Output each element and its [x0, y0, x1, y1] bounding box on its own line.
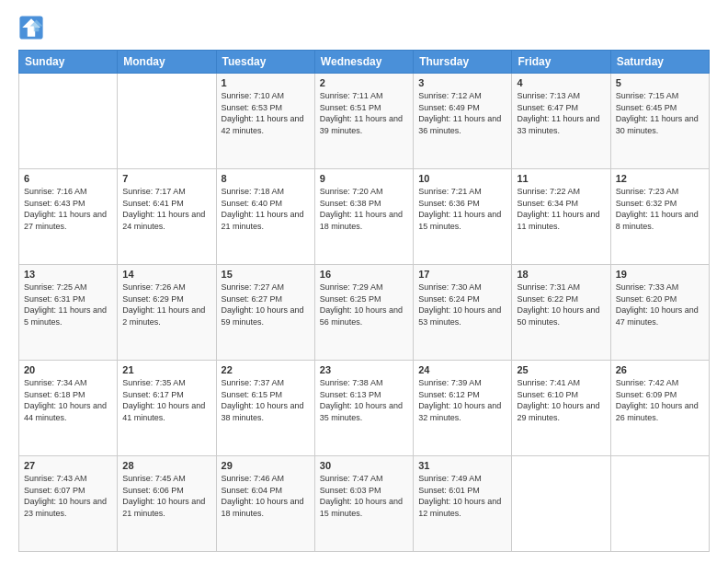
logo — [18, 15, 48, 40]
day-number: 23 — [320, 364, 408, 375]
day-number: 22 — [222, 364, 310, 375]
day-detail: Sunrise: 7:39 AM Sunset: 6:12 PM Dayligh… — [418, 377, 506, 423]
calendar-cell: 29Sunrise: 7:46 AM Sunset: 6:04 PM Dayli… — [216, 456, 314, 552]
day-number: 8 — [222, 173, 310, 184]
calendar-cell: 28Sunrise: 7:45 AM Sunset: 6:06 PM Dayli… — [118, 456, 216, 552]
day-detail: Sunrise: 7:41 AM Sunset: 6:10 PM Dayligh… — [517, 377, 605, 423]
calendar-cell: 21Sunrise: 7:35 AM Sunset: 6:17 PM Dayli… — [118, 361, 216, 456]
calendar-cell: 15Sunrise: 7:27 AM Sunset: 6:27 PM Dayli… — [216, 265, 314, 361]
week-row-5: 27Sunrise: 7:43 AM Sunset: 6:07 PM Dayli… — [19, 456, 710, 552]
day-number: 2 — [320, 77, 408, 88]
calendar-table: SundayMondayTuesdayWednesdayThursdayFrid… — [18, 50, 710, 552]
day-number: 10 — [418, 173, 506, 184]
calendar-cell: 12Sunrise: 7:23 AM Sunset: 6:32 PM Dayli… — [610, 169, 709, 265]
calendar-cell: 10Sunrise: 7:21 AM Sunset: 6:36 PM Dayli… — [414, 169, 512, 265]
day-detail: Sunrise: 7:23 AM Sunset: 6:32 PM Dayligh… — [616, 186, 704, 232]
calendar-cell: 2Sunrise: 7:11 AM Sunset: 6:51 PM Daylig… — [314, 74, 413, 169]
weekday-header-tuesday: Tuesday — [216, 51, 314, 74]
calendar-cell: 14Sunrise: 7:26 AM Sunset: 6:29 PM Dayli… — [118, 265, 216, 361]
day-detail: Sunrise: 7:38 AM Sunset: 6:13 PM Dayligh… — [320, 377, 408, 423]
weekday-header-sunday: Sunday — [19, 51, 118, 74]
day-detail: Sunrise: 7:29 AM Sunset: 6:25 PM Dayligh… — [320, 282, 408, 327]
day-detail: Sunrise: 7:27 AM Sunset: 6:27 PM Dayligh… — [222, 282, 310, 327]
calendar-cell: 30Sunrise: 7:47 AM Sunset: 6:03 PM Dayli… — [314, 456, 413, 552]
day-detail: Sunrise: 7:49 AM Sunset: 6:01 PM Dayligh… — [418, 473, 506, 519]
calendar-cell: 5Sunrise: 7:15 AM Sunset: 6:45 PM Daylig… — [610, 74, 709, 169]
day-detail: Sunrise: 7:22 AM Sunset: 6:34 PM Dayligh… — [517, 186, 605, 232]
calendar-cell: 18Sunrise: 7:31 AM Sunset: 6:22 PM Dayli… — [512, 265, 610, 361]
day-detail: Sunrise: 7:35 AM Sunset: 6:17 PM Dayligh… — [122, 377, 210, 423]
day-number: 9 — [320, 173, 408, 184]
calendar-cell — [512, 456, 610, 552]
day-number: 19 — [616, 269, 704, 280]
week-row-1: 1Sunrise: 7:10 AM Sunset: 6:53 PM Daylig… — [19, 74, 710, 169]
day-detail: Sunrise: 7:13 AM Sunset: 6:47 PM Dayligh… — [517, 90, 605, 136]
day-detail: Sunrise: 7:17 AM Sunset: 6:41 PM Dayligh… — [122, 186, 210, 232]
day-detail: Sunrise: 7:34 AM Sunset: 6:18 PM Dayligh… — [24, 377, 112, 423]
week-row-4: 20Sunrise: 7:34 AM Sunset: 6:18 PM Dayli… — [19, 361, 710, 456]
weekday-header-friday: Friday — [512, 51, 610, 74]
day-number: 15 — [222, 269, 310, 280]
calendar-cell: 25Sunrise: 7:41 AM Sunset: 6:10 PM Dayli… — [512, 361, 610, 456]
calendar-cell: 19Sunrise: 7:33 AM Sunset: 6:20 PM Dayli… — [610, 265, 709, 361]
day-number: 13 — [24, 269, 112, 280]
calendar-cell: 26Sunrise: 7:42 AM Sunset: 6:09 PM Dayli… — [610, 361, 709, 456]
calendar-cell: 22Sunrise: 7:37 AM Sunset: 6:15 PM Dayli… — [216, 361, 314, 456]
day-number: 12 — [616, 173, 704, 184]
calendar-cell: 27Sunrise: 7:43 AM Sunset: 6:07 PM Dayli… — [19, 456, 118, 552]
day-number: 1 — [222, 77, 310, 88]
calendar-cell — [19, 74, 118, 169]
logo-icon — [18, 15, 44, 40]
day-number: 29 — [222, 460, 310, 471]
day-detail: Sunrise: 7:20 AM Sunset: 6:38 PM Dayligh… — [320, 186, 408, 232]
day-number: 31 — [418, 460, 506, 471]
calendar-cell: 17Sunrise: 7:30 AM Sunset: 6:24 PM Dayli… — [414, 265, 512, 361]
day-number: 30 — [320, 460, 408, 471]
day-detail: Sunrise: 7:16 AM Sunset: 6:43 PM Dayligh… — [24, 186, 112, 232]
day-detail: Sunrise: 7:31 AM Sunset: 6:22 PM Dayligh… — [517, 282, 605, 327]
day-detail: Sunrise: 7:10 AM Sunset: 6:53 PM Dayligh… — [222, 90, 310, 136]
day-number: 4 — [517, 77, 605, 88]
calendar-cell: 13Sunrise: 7:25 AM Sunset: 6:31 PM Dayli… — [19, 265, 118, 361]
weekday-header-saturday: Saturday — [610, 51, 709, 74]
day-detail: Sunrise: 7:42 AM Sunset: 6:09 PM Dayligh… — [616, 377, 704, 423]
day-detail: Sunrise: 7:45 AM Sunset: 6:06 PM Dayligh… — [122, 473, 210, 519]
day-detail: Sunrise: 7:37 AM Sunset: 6:15 PM Dayligh… — [222, 377, 310, 423]
weekday-header-thursday: Thursday — [414, 51, 512, 74]
day-number: 27 — [24, 460, 112, 471]
day-detail: Sunrise: 7:30 AM Sunset: 6:24 PM Dayligh… — [418, 282, 506, 327]
header — [18, 15, 710, 40]
day-number: 25 — [517, 364, 605, 375]
day-detail: Sunrise: 7:12 AM Sunset: 6:49 PM Dayligh… — [418, 90, 506, 136]
day-number: 5 — [616, 77, 704, 88]
day-detail: Sunrise: 7:43 AM Sunset: 6:07 PM Dayligh… — [24, 473, 112, 519]
week-row-2: 6Sunrise: 7:16 AM Sunset: 6:43 PM Daylig… — [19, 169, 710, 265]
day-detail: Sunrise: 7:11 AM Sunset: 6:51 PM Dayligh… — [320, 90, 408, 136]
day-number: 7 — [122, 173, 210, 184]
day-number: 24 — [418, 364, 506, 375]
day-number: 11 — [517, 173, 605, 184]
day-number: 16 — [320, 269, 408, 280]
day-number: 17 — [418, 269, 506, 280]
day-detail: Sunrise: 7:15 AM Sunset: 6:45 PM Dayligh… — [616, 90, 704, 136]
calendar-cell: 31Sunrise: 7:49 AM Sunset: 6:01 PM Dayli… — [414, 456, 512, 552]
day-detail: Sunrise: 7:26 AM Sunset: 6:29 PM Dayligh… — [122, 282, 210, 327]
calendar-cell — [610, 456, 709, 552]
calendar-cell: 20Sunrise: 7:34 AM Sunset: 6:18 PM Dayli… — [19, 361, 118, 456]
calendar-cell: 9Sunrise: 7:20 AM Sunset: 6:38 PM Daylig… — [314, 169, 413, 265]
calendar-cell: 16Sunrise: 7:29 AM Sunset: 6:25 PM Dayli… — [314, 265, 413, 361]
calendar-cell: 7Sunrise: 7:17 AM Sunset: 6:41 PM Daylig… — [118, 169, 216, 265]
day-detail: Sunrise: 7:33 AM Sunset: 6:20 PM Dayligh… — [616, 282, 704, 327]
calendar-cell: 1Sunrise: 7:10 AM Sunset: 6:53 PM Daylig… — [216, 74, 314, 169]
day-detail: Sunrise: 7:21 AM Sunset: 6:36 PM Dayligh… — [418, 186, 506, 232]
day-number: 3 — [418, 77, 506, 88]
calendar-cell — [118, 74, 216, 169]
weekday-header-monday: Monday — [118, 51, 216, 74]
day-number: 18 — [517, 269, 605, 280]
day-number: 20 — [24, 364, 112, 375]
day-number: 6 — [24, 173, 112, 184]
day-detail: Sunrise: 7:18 AM Sunset: 6:40 PM Dayligh… — [222, 186, 310, 232]
calendar-cell: 11Sunrise: 7:22 AM Sunset: 6:34 PM Dayli… — [512, 169, 610, 265]
day-number: 26 — [616, 364, 704, 375]
calendar-cell: 6Sunrise: 7:16 AM Sunset: 6:43 PM Daylig… — [19, 169, 118, 265]
